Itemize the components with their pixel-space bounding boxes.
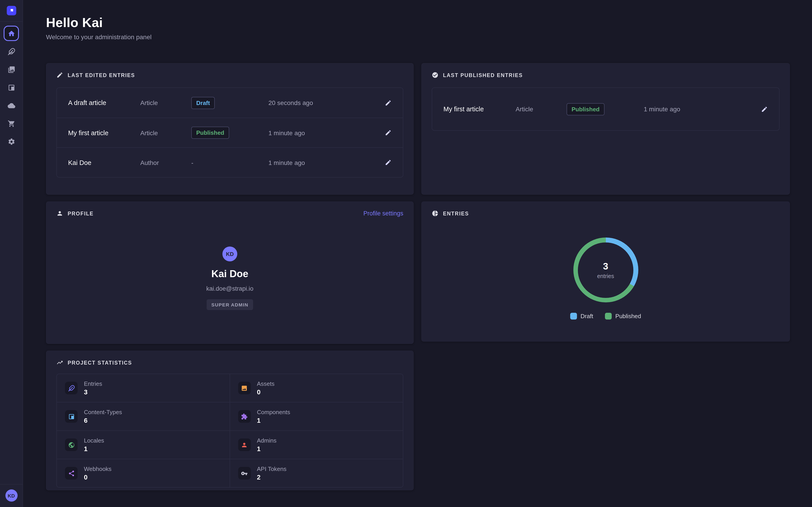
entry-kind: Article bbox=[140, 99, 191, 106]
page-subtitle: Welcome to your administration panel bbox=[46, 33, 790, 41]
entry-row[interactable]: My first article Article Published 1 min… bbox=[432, 88, 779, 130]
feather-icon bbox=[68, 385, 75, 391]
app-window: KD Hello Kai Welcome to your administrat… bbox=[0, 0, 812, 507]
legend-label: Draft bbox=[580, 313, 593, 320]
edit-entry-button[interactable] bbox=[382, 157, 394, 168]
strapi-logo-icon bbox=[8, 8, 14, 13]
cart-icon bbox=[7, 120, 15, 127]
puzzle-icon bbox=[241, 413, 248, 420]
sidebar-item-deploy[interactable] bbox=[4, 98, 19, 113]
sidebar-item-home[interactable] bbox=[4, 26, 19, 41]
entries-donut-chart: 3 entries bbox=[573, 237, 638, 302]
sidebar-item-content-type-builder[interactable] bbox=[4, 80, 19, 95]
pencil-icon bbox=[761, 106, 768, 112]
status-badge: Draft bbox=[191, 97, 215, 109]
draft-swatch bbox=[570, 313, 577, 320]
stat-entries: Entries3 bbox=[57, 374, 230, 402]
stat-assets: Assets0 bbox=[230, 374, 403, 402]
last-edited-entries-card: LAST EDITED ENTRIES A draft article Arti… bbox=[46, 63, 414, 195]
user-icon bbox=[56, 210, 63, 217]
last-published-entries-card: LAST PUBLISHED ENTRIES My first article … bbox=[421, 63, 790, 195]
stat-value: 0 bbox=[84, 474, 111, 481]
pencil-icon bbox=[385, 129, 391, 136]
card-title: LAST PUBLISHED ENTRIES bbox=[443, 72, 523, 78]
entry-row[interactable]: A draft article Article Draft 20 seconds… bbox=[57, 88, 403, 118]
stat-content-types: Content-Types6 bbox=[57, 402, 230, 431]
stat-label: Webhooks bbox=[84, 465, 111, 472]
card-title: LAST EDITED ENTRIES bbox=[68, 72, 135, 78]
stat-components: Components1 bbox=[230, 402, 403, 431]
stat-value: 2 bbox=[257, 474, 287, 481]
edit-entry-button[interactable] bbox=[382, 97, 394, 109]
entry-time: 20 seconds ago bbox=[268, 99, 382, 106]
key-icon bbox=[241, 470, 248, 476]
sidebar-item-settings[interactable] bbox=[4, 134, 19, 149]
entry-time: 1 minute ago bbox=[268, 129, 382, 136]
stat-label: API Tokens bbox=[257, 465, 287, 472]
published-swatch bbox=[605, 313, 612, 320]
stat-value: 1 bbox=[84, 445, 104, 452]
legend-item-draft: Draft bbox=[570, 313, 593, 320]
profile-avatar: KD bbox=[222, 246, 237, 262]
entry-kind: Article bbox=[516, 105, 567, 113]
images-icon bbox=[7, 66, 15, 73]
sidebar-item-marketplace[interactable] bbox=[4, 116, 19, 131]
pencil-icon bbox=[385, 99, 391, 106]
project-statistics-card: PROJECT STATISTICS Entries3 Assets0 bbox=[46, 351, 414, 490]
entries-total: 3 bbox=[603, 261, 608, 272]
status-empty: - bbox=[191, 159, 193, 166]
entry-row[interactable]: My first article Article Published 1 min… bbox=[57, 118, 403, 147]
pencil-icon bbox=[385, 159, 391, 166]
legend-label: Published bbox=[615, 313, 641, 320]
edit-entry-button[interactable] bbox=[382, 127, 394, 138]
card-title: ENTRIES bbox=[443, 211, 469, 216]
feather-icon bbox=[7, 48, 15, 55]
stat-value: 1 bbox=[257, 445, 276, 452]
pencil-icon bbox=[56, 72, 63, 78]
webhook-icon bbox=[68, 470, 75, 476]
sidebar-item-content-manager[interactable] bbox=[4, 44, 19, 59]
entry-name: Kai Doe bbox=[68, 159, 140, 166]
sidebar-divider-bottom bbox=[0, 484, 22, 485]
card-title: PROFILE bbox=[68, 211, 94, 216]
last-published-table: My first article Article Published 1 min… bbox=[432, 88, 779, 131]
sidebar-user-avatar[interactable]: KD bbox=[5, 490, 17, 502]
strapi-logo[interactable] bbox=[6, 6, 16, 15]
images-icon bbox=[241, 385, 248, 391]
home-icon bbox=[7, 30, 15, 37]
card-title: PROJECT STATISTICS bbox=[68, 360, 132, 365]
entry-time: 1 minute ago bbox=[644, 105, 758, 113]
entry-kind: Article bbox=[140, 129, 191, 136]
stat-admins: Admins1 bbox=[230, 431, 403, 459]
stat-label: Admins bbox=[257, 437, 276, 444]
chart-legend: Draft Published bbox=[570, 313, 641, 320]
entry-row[interactable]: Kai Doe Author - 1 minute ago bbox=[57, 147, 403, 177]
gear-icon bbox=[7, 138, 15, 145]
sidebar-item-media-library[interactable] bbox=[4, 62, 19, 77]
legend-item-published: Published bbox=[605, 313, 641, 320]
edit-entry-button[interactable] bbox=[758, 103, 770, 115]
main-content: Hello Kai Welcome to your administration… bbox=[23, 0, 812, 507]
last-edited-table: A draft article Article Draft 20 seconds… bbox=[56, 88, 403, 178]
page-title: Hello Kai bbox=[46, 15, 790, 30]
stat-label: Assets bbox=[257, 380, 274, 387]
sidebar-nav bbox=[4, 26, 19, 149]
globe-icon bbox=[68, 441, 75, 448]
stat-webhooks: Webhooks0 bbox=[57, 459, 230, 487]
pie-chart-icon bbox=[432, 210, 439, 217]
statistics-grid: Entries3 Assets0 Content-Types6 Com bbox=[56, 374, 403, 488]
entry-name: A draft article bbox=[68, 99, 140, 106]
stat-label: Entries bbox=[84, 380, 102, 387]
trending-up-icon bbox=[56, 359, 63, 366]
layout-icon bbox=[7, 83, 15, 91]
profile-card: PROFILE Profile settings KD Kai Doe kai.… bbox=[46, 202, 414, 344]
profile-email: kai.doe@strapi.io bbox=[206, 285, 253, 292]
stat-label: Components bbox=[257, 409, 290, 415]
stat-locales: Locales1 bbox=[57, 431, 230, 459]
entry-name: My first article bbox=[68, 129, 140, 136]
role-badge: SUPER ADMIN bbox=[206, 299, 253, 310]
entries-chart-card: ENTRIES 3 entries Draft bbox=[421, 202, 790, 342]
stat-label: Content-Types bbox=[84, 409, 122, 415]
profile-settings-link[interactable]: Profile settings bbox=[363, 210, 403, 217]
user-icon bbox=[241, 441, 248, 448]
